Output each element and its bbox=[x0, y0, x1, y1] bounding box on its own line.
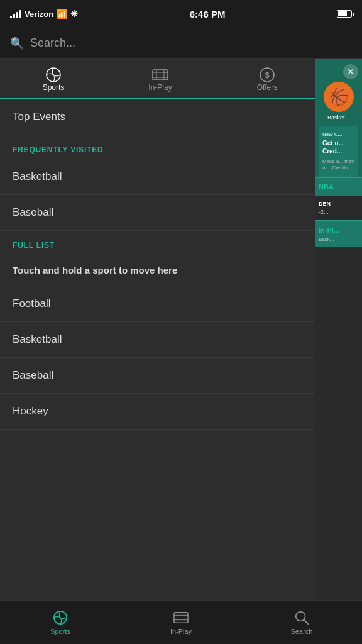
nba-label: NBA bbox=[319, 183, 358, 191]
bottom-search-label: Search bbox=[291, 628, 313, 635]
status-time: 6:46 PM bbox=[190, 9, 226, 19]
svg-line-15 bbox=[304, 619, 308, 623]
frequently-visited-label: FREQUENTLY VISITED bbox=[0, 135, 321, 159]
fl-hockey-item[interactable]: Hockey bbox=[0, 394, 321, 430]
fv-baseball-item[interactable]: Baseball bbox=[0, 195, 321, 231]
bottom-nav-search[interactable]: Search bbox=[241, 601, 362, 644]
bottom-inplay-icon bbox=[173, 610, 189, 625]
inplay-label: In-Pl... bbox=[319, 226, 358, 234]
left-panel: Sports In-Play $ Offers bbox=[0, 59, 321, 600]
offers-tab-icon: $ bbox=[259, 67, 275, 83]
full-list-hint: Touch and hold a sport to move here bbox=[0, 255, 321, 286]
promo-close-button[interactable]: ✕ bbox=[343, 64, 358, 79]
svg-rect-1 bbox=[153, 70, 168, 80]
full-list-label: FULL LIST bbox=[0, 231, 321, 255]
inplay-sport: Bask... bbox=[319, 236, 358, 242]
sports-tab-icon bbox=[45, 67, 62, 83]
basketball-icon: 🏀 bbox=[324, 82, 354, 112]
main-content: Sports In-Play $ Offers bbox=[0, 59, 362, 600]
fv-basketball-item[interactable]: Basketball bbox=[0, 159, 321, 195]
tab-sports-label: Sports bbox=[43, 83, 65, 92]
inplay-tab-icon bbox=[152, 67, 168, 83]
top-events-item[interactable]: Top Events bbox=[0, 99, 321, 135]
status-bar: Verizon 📶 ✳ 6:46 PM bbox=[0, 0, 362, 28]
promo-description: Make a... they ar... Credits... bbox=[322, 158, 354, 172]
wifi-icon: 📶 bbox=[57, 9, 67, 19]
promo-new-label: New C... bbox=[322, 131, 354, 137]
tab-sports[interactable]: Sports bbox=[0, 59, 107, 98]
fl-baseball-item[interactable]: Baseball bbox=[0, 358, 321, 394]
match-team: DEN bbox=[319, 201, 358, 207]
bottom-sports-icon bbox=[53, 610, 68, 625]
carrier-label: Verizon bbox=[25, 9, 53, 19]
svg-rect-9 bbox=[174, 612, 188, 623]
bottom-sports-label: Sports bbox=[50, 628, 70, 635]
tab-offers-label: Offers bbox=[257, 83, 277, 92]
battery-icon bbox=[337, 10, 352, 18]
tab-inplay-label: In-Play bbox=[148, 83, 172, 92]
bottom-search-icon bbox=[294, 610, 309, 625]
status-right bbox=[337, 10, 352, 18]
signal-bars bbox=[10, 10, 21, 18]
bottom-nav-sports[interactable]: Sports bbox=[0, 601, 121, 644]
activity-icon: ✳ bbox=[70, 9, 78, 19]
basketball-label: Basket... bbox=[327, 114, 349, 121]
fl-football-item[interactable]: Football bbox=[0, 286, 321, 322]
match-odds: -2... bbox=[319, 209, 358, 215]
status-left: Verizon 📶 ✳ bbox=[10, 9, 78, 19]
search-input[interactable] bbox=[30, 36, 352, 50]
search-bar: 🔍 bbox=[0, 28, 362, 59]
search-icon: 🔍 bbox=[10, 36, 24, 50]
right-panel: ✕ 🏀 Basket... New C... Get u... Cred... … bbox=[315, 59, 362, 600]
promo-title: Get u... Cred... bbox=[322, 139, 354, 155]
fl-basketball-item[interactable]: Basketball bbox=[0, 322, 321, 358]
tab-nav: Sports In-Play $ Offers bbox=[0, 59, 321, 99]
bottom-inplay-label: In-Play bbox=[170, 628, 192, 635]
svg-text:$: $ bbox=[265, 71, 270, 80]
tab-offers[interactable]: $ Offers bbox=[214, 59, 321, 98]
bottom-nav: Sports In-Play Search bbox=[0, 600, 362, 644]
bottom-nav-inplay[interactable]: In-Play bbox=[121, 601, 241, 644]
sports-list: Top Events FREQUENTLY VISITED Basketball… bbox=[0, 99, 321, 600]
tab-inplay[interactable]: In-Play bbox=[107, 59, 214, 98]
